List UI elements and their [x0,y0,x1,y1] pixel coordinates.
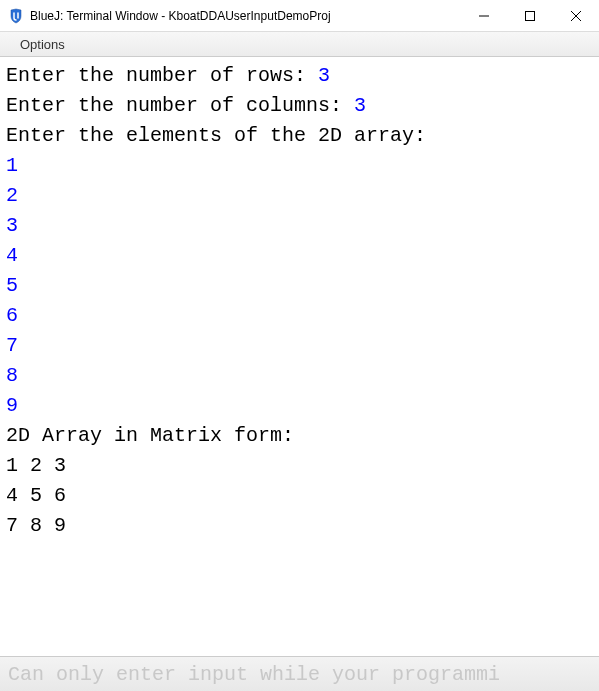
terminal-prompt-text: Enter the elements of the 2D array: [6,124,426,147]
terminal-line: Enter the number of rows: 3 [6,61,593,91]
terminal-user-input: 3 [354,94,366,117]
statusbar: Can only enter input while your programm… [0,656,599,691]
terminal-line: 1 [6,151,593,181]
terminal-output[interactable]: Enter the number of rows: 3Enter the num… [0,57,599,656]
terminal-user-input: 6 [6,304,18,327]
terminal-line: 2 [6,181,593,211]
terminal-line: Enter the elements of the 2D array: [6,121,593,151]
terminal-line: Enter the number of columns: 3 [6,91,593,121]
terminal-prompt-text: 7 8 9 [6,514,66,537]
window-title: BlueJ: Terminal Window - KboatDDAUserInp… [30,9,461,23]
terminal-user-input: 4 [6,244,18,267]
terminal-line: 8 [6,361,593,391]
terminal-line: 4 [6,241,593,271]
terminal-user-input: 7 [6,334,18,357]
terminal-user-input: 2 [6,184,18,207]
terminal-line: 5 [6,271,593,301]
statusbar-message: Can only enter input while your programm… [8,663,500,686]
terminal-line: 7 [6,331,593,361]
terminal-line: 9 [6,391,593,421]
window-controls [461,0,599,31]
terminal-user-input: 3 [318,64,330,87]
terminal-line: 2D Array in Matrix form: [6,421,593,451]
terminal-line: 7 8 9 [6,511,593,541]
window-titlebar: BlueJ: Terminal Window - KboatDDAUserInp… [0,0,599,32]
terminal-user-input: 1 [6,154,18,177]
terminal-user-input: 9 [6,394,18,417]
terminal-line: 4 5 6 [6,481,593,511]
terminal-prompt-text: 2D Array in Matrix form: [6,424,294,447]
terminal-prompt-text: 1 2 3 [6,454,66,477]
terminal-prompt-text: Enter the number of columns: [6,94,354,117]
menu-options[interactable]: Options [14,35,71,54]
terminal-user-input: 8 [6,364,18,387]
svg-rect-1 [526,11,535,20]
close-button[interactable] [553,0,599,31]
terminal-line: 1 2 3 [6,451,593,481]
maximize-button[interactable] [507,0,553,31]
minimize-button[interactable] [461,0,507,31]
terminal-line: 6 [6,301,593,331]
terminal-prompt-text: Enter the number of rows: [6,64,318,87]
terminal-prompt-text: 4 5 6 [6,484,66,507]
terminal-line: 3 [6,211,593,241]
terminal-user-input: 5 [6,274,18,297]
app-icon [8,8,24,24]
terminal-user-input: 3 [6,214,18,237]
menubar: Options [0,32,599,57]
